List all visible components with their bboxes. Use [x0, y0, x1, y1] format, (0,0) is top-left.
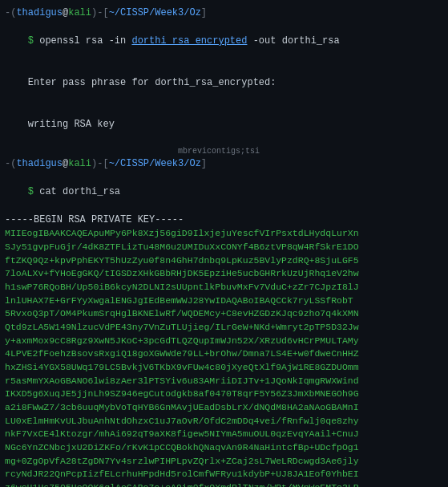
- cmd-highlight-1: dorthi_rsa_encrypted: [131, 35, 247, 47]
- begin-key-line: -----BEGIN RSA PRIVATE KEY-----: [5, 213, 443, 227]
- key-line-10: hxZHSi4YGX58UWq179LC5BvkjV6TKbX9vFUw4c80…: [5, 361, 443, 375]
- prompt-host-1: kali: [68, 6, 91, 20]
- key-line-17: mg+0ZgOpVfA28tZgDN7Yv4srzlwPIHPLpvZQrlx+…: [5, 455, 443, 469]
- key-line-1: SJy51gvpFuGjr/4dK8ZTFLizTu48M6u2UMIDuXxC…: [5, 241, 443, 254]
- prompt-path-2: ~/CISSP/Week3/Oz: [109, 157, 201, 171]
- prompt-at-1: @: [63, 6, 68, 20]
- key-line-7: Qtd9zLA5W149NlzucVdPE43ny7VnZuTLUjieg/IL…: [5, 321, 443, 335]
- writing-rsa-line: writing RSA key: [5, 104, 443, 146]
- key-line-14: LU0xElmHmKvULJbuAnhNtdOhzxC1uJ7aOvR/OfdC…: [5, 415, 443, 428]
- prompt-user-1: thadigus: [16, 6, 63, 20]
- key-line-4: h1swP76RQoBH/Up50iB6kcyN2DLNI2sUUpntlkPb…: [5, 281, 443, 294]
- key-line-3: 7loALXv+fYHoEgGKQ/tIGSDzXHkGBbRHjDK5Epzi…: [5, 267, 443, 281]
- command-line-2: $ cat dorthi_rsa: [5, 172, 443, 213]
- key-line-19: z6wcH1Hs7505HeQOK6glAoGABo7c+cA9im9fxOXm…: [5, 481, 443, 487]
- key-line-6: 5RvxoQ3pT/OM4PkumSrqHglBKNElwRf/WQDEMcy+…: [5, 307, 443, 321]
- key-line-11: r5asMmYXAoGBANO6lwi8zAer3lPTSYiv6u83AMri…: [5, 375, 443, 388]
- prompt-bracket-close-1: ]: [201, 6, 207, 20]
- prompt-user-2: thadigus: [16, 157, 63, 171]
- key-line-15: nkF7VxCE4lKtozgr/mhAi692qT9aXK8figew5NIY…: [5, 428, 443, 441]
- prompt-at-2: @: [63, 157, 68, 171]
- key-content-block: MIIEogIBAAKCAQEApuMPy6Pk8Xzj56giD9Ilxjej…: [5, 227, 443, 487]
- prompt-close-2: )-[: [91, 157, 109, 171]
- prompt-dash-2: -(: [5, 157, 16, 171]
- key-line-18: rcyNdJR22QnPcpIizfELcrhuHPpdHd5rolCmfWFR…: [5, 468, 443, 481]
- prompt-bracket-close-2: ]: [201, 157, 207, 171]
- key-line-9: 4LPVE2fFoehzBsovsRxgiQ18goXGWWde79LL+brO…: [5, 347, 443, 361]
- key-line-12: IKXD5g6XuqJE5jjnLh9SZ946egCutodgkb8af047…: [5, 388, 443, 401]
- prompt-line-2: -(thadigus@kali)-[~/CISSP/Week3/Oz]: [5, 157, 443, 171]
- prompt-host-2: kali: [68, 157, 91, 171]
- key-line-2: ftZKQ9Qz+kpvPphEKYT5hUzZyu0f8n4GhH7dnbq9…: [5, 254, 443, 268]
- key-line-5: lnlUHAX7E+GrFYyXwgalENGJgIEdBemWWJ28YwID…: [5, 294, 443, 308]
- key-line-13: a2i8FWwZ7/3cb6uuqMybVoTqHYB6GnMAvjUEadDs…: [5, 401, 443, 415]
- command-line-1: $ openssl rsa -in dorthi_rsa_encrypted -…: [5, 20, 443, 62]
- terminal-window: -(thadigus@kali)-[~/CISSP/Week3/Oz] $ op…: [0, 0, 448, 487]
- key-line-16: NGc6YnZCNbcjxU2DiZKFo/rKvK1pCCQBokhQNaqv…: [5, 441, 443, 455]
- prompt-close-1: )-[: [91, 6, 109, 20]
- key-line-0: MIIEogIBAAKCAQEApuMPy6Pk8Xzj56giD9Ilxjej…: [5, 227, 443, 241]
- prompt-path-1: ~/CISSP/Week3/Oz: [109, 6, 201, 20]
- key-line-8: y+axmMox9cC8Rgz9XwN5JKoC+3pcGdTLQZQupImW…: [5, 335, 443, 348]
- faded-line: mbrevicontigs;tsi: [5, 146, 443, 158]
- prompt-line-1: -(thadigus@kali)-[~/CISSP/Week3/Oz]: [5, 6, 443, 20]
- enter-pass-line: Enter pass phrase for dorthi_rsa_encrypt…: [5, 63, 443, 104]
- prompt-dash-1: -(: [5, 6, 16, 20]
